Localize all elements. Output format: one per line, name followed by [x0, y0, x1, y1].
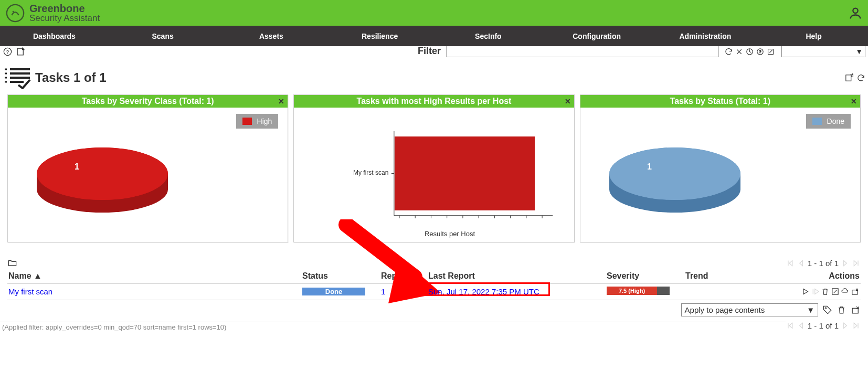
svg-text:★: ★ — [851, 73, 853, 78]
close-icon[interactable]: ✕ — [277, 97, 286, 106]
nav-assets[interactable]: Assets — [217, 27, 326, 46]
edit-icon[interactable] — [831, 287, 840, 296]
applied-filter-text: (Applied filter: apply_overrides=0 min_q… — [0, 322, 786, 332]
filter-input[interactable] — [446, 46, 719, 57]
col-name[interactable]: Name ▲ — [7, 269, 301, 283]
col-severity[interactable]: Severity — [606, 269, 684, 283]
pager-text-bottom: 1 - 1 of 1 — [808, 321, 839, 330]
tasks-icon — [3, 66, 31, 89]
svg-point-2 — [853, 8, 858, 13]
svg-rect-43 — [852, 290, 858, 295]
table-row: My first scan Done 1 Sun, Jul 17, 2022 7… — [7, 283, 861, 300]
panel-status-title: Tasks by Status (Total: 1) ✕ — [580, 95, 860, 108]
row-actions — [738, 287, 860, 296]
panel-severity: Tasks by Severity Class (Total: 1) ✕ Hig… — [7, 94, 288, 242]
reset-dashboard-icon[interactable] — [856, 73, 865, 82]
pager-first-icon[interactable] — [786, 321, 795, 330]
status-badge: Done — [302, 288, 365, 295]
legend-status: Done — [806, 114, 851, 129]
filter-label: Filter — [418, 46, 441, 57]
trash-icon[interactable] — [821, 287, 830, 296]
last-report-link[interactable]: Sun, Jul 17, 2022 7:35 PM UTC — [428, 287, 539, 296]
nav-secinfo[interactable]: SecInfo — [434, 27, 543, 46]
legend-swatch-done — [812, 118, 822, 125]
svg-text:?: ? — [759, 49, 761, 54]
pager-prev-icon[interactable] — [797, 321, 806, 330]
main-nav: Dashboards Scans Assets Resilience SecIn… — [0, 26, 868, 46]
help-icon[interactable]: ? — [3, 47, 13, 57]
export-icon[interactable] — [851, 287, 860, 296]
filter-edit-icon[interactable] — [766, 47, 775, 56]
pager-prev-icon[interactable] — [797, 259, 806, 268]
nav-administration[interactable]: Administration — [651, 27, 760, 46]
list-header-row: 1 - 1 of 1 — [0, 257, 868, 269]
bulk-actions-row: Apply to page contents ▼ — [0, 301, 868, 319]
svg-rect-18 — [846, 75, 851, 80]
pie-value-status: 1 — [647, 162, 652, 171]
legend-severity: High — [236, 114, 279, 129]
start-icon[interactable] — [801, 287, 810, 296]
col-trend[interactable]: Trend — [684, 269, 737, 283]
tag-icon[interactable] — [822, 305, 832, 315]
svg-point-44 — [825, 308, 826, 309]
filter-help-icon[interactable]: ? — [756, 47, 765, 56]
panel-high-results: Tasks with most High Results per Host ✕ … — [293, 94, 574, 242]
pager-last-icon[interactable] — [852, 321, 861, 330]
svg-rect-26 — [395, 136, 535, 210]
filter-reset-icon[interactable] — [745, 47, 754, 56]
top-bar: Greenbone Security Assistant — [0, 0, 868, 26]
chevron-down-icon: ▼ — [855, 47, 863, 56]
nav-configuration[interactable]: Configuration — [543, 27, 651, 46]
col-status[interactable]: Status — [301, 269, 380, 283]
svg-point-0 — [7, 4, 24, 21]
pager-last-icon[interactable] — [852, 259, 861, 268]
filter-preset-dropdown[interactable]: ▼ — [781, 46, 865, 57]
bar-y-label: My first scan — [331, 169, 388, 176]
bar-chart-high-results: My first scan — [336, 126, 558, 231]
pager-bottom: 1 - 1 of 1 — [786, 321, 861, 330]
svg-point-23 — [37, 147, 168, 200]
nav-scans[interactable]: Scans — [109, 27, 217, 46]
svg-text:?: ? — [6, 48, 9, 54]
col-actions: Actions — [737, 269, 861, 283]
close-icon[interactable]: ✕ — [849, 97, 859, 106]
close-icon[interactable]: ✕ — [563, 97, 573, 106]
resume-icon[interactable] — [811, 287, 820, 296]
bar-x-label: Results per Host — [325, 230, 574, 238]
col-last-report[interactable]: Last Report — [427, 269, 606, 283]
filter-clear-icon[interactable] — [735, 47, 744, 56]
bulk-export-icon[interactable] — [851, 305, 861, 315]
pager-next-icon[interactable] — [841, 321, 850, 330]
apply-dropdown[interactable]: Apply to page contents ▼ — [681, 303, 818, 316]
panel-high-results-title: Tasks with most High Results per Host ✕ — [294, 95, 574, 108]
brand: Greenbone Security Assistant — [5, 3, 100, 23]
new-task-icon[interactable] — [16, 47, 26, 57]
col-reports[interactable]: Reports — [380, 269, 427, 283]
reports-link[interactable]: 1 — [381, 287, 385, 296]
nav-help[interactable]: Help — [759, 27, 868, 46]
clone-icon[interactable] — [841, 287, 850, 296]
nav-resilience[interactable]: Resilience — [325, 27, 434, 46]
svg-point-1 — [13, 10, 14, 12]
legend-label-done: Done — [827, 117, 844, 125]
nav-dashboards[interactable]: Dashboards — [0, 27, 109, 46]
tasks-table: Name ▲ Status Reports Last Report Severi… — [7, 269, 861, 300]
page-title-row: Tasks 1 of 1 ★ — [0, 62, 868, 91]
brand-name: Greenbone — [29, 3, 100, 14]
toolbar: ? Filter ? ▼ — [0, 46, 868, 62]
apply-label: Apply to page contents — [685, 305, 765, 314]
severity-value: 7.5 (High) — [607, 287, 657, 295]
pager-next-icon[interactable] — [841, 259, 850, 268]
brand-subtitle: Security Assistant — [29, 14, 100, 23]
bulk-trash-icon[interactable] — [837, 305, 846, 315]
add-dashboard-icon[interactable]: ★ — [844, 73, 853, 82]
pie-chart-severity: 1 — [34, 132, 171, 226]
panel-status: Tasks by Status (Total: 1) ✕ Done 1 — [580, 94, 861, 242]
pager-text: 1 - 1 of 1 — [808, 259, 839, 268]
task-name-link[interactable]: My first scan — [8, 287, 52, 296]
user-icon[interactable] — [848, 6, 863, 20]
filter-refresh-icon[interactable] — [724, 47, 733, 56]
pager-top: 1 - 1 of 1 — [786, 259, 861, 268]
folder-icon[interactable] — [7, 258, 17, 268]
pager-first-icon[interactable] — [786, 259, 795, 268]
